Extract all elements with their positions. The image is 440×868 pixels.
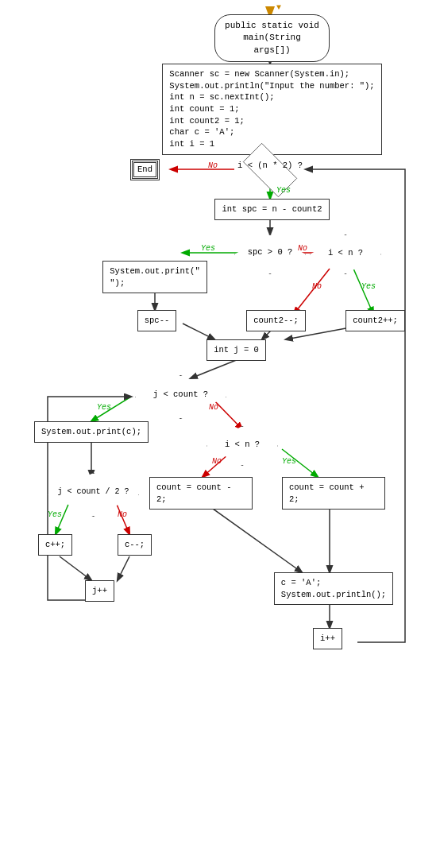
print-space-node: System.out.print(" "); xyxy=(103,261,206,293)
cond1-no-label: No xyxy=(208,161,218,170)
print-space-label: System.out.print(" "); xyxy=(102,261,206,293)
init-j-node: int j = 0 xyxy=(203,339,270,361)
cond3-node: i < n ? xyxy=(310,234,381,274)
c-plus-label: c++; xyxy=(38,534,72,556)
i-plus-label: i++ xyxy=(313,628,342,649)
cond1-yes-label: Yes xyxy=(276,186,291,195)
spc-label: int spc = n - count2 xyxy=(214,199,329,220)
count2-minus-label: count2--; xyxy=(246,310,306,331)
cond2-yes-label: Yes xyxy=(201,244,215,253)
c-plus-node: c++; xyxy=(33,534,77,556)
count2-plus-label: count2++; xyxy=(345,310,405,331)
start-label: public static void main(String args[]) xyxy=(214,14,330,62)
cond4-yes-label: Yes xyxy=(97,403,111,412)
cond3-no-label: No xyxy=(312,282,322,291)
count2-minus-node: count2--; xyxy=(246,310,306,331)
init-label: Scanner sc = new Scanner(System.in);Syst… xyxy=(162,64,381,155)
end-node: End xyxy=(123,159,167,180)
cond6-no-label: No xyxy=(118,510,127,519)
cond2-node: spc > 0 ? xyxy=(230,234,310,274)
j-plus-label: j++ xyxy=(85,580,114,602)
end-label: End xyxy=(130,159,160,180)
cond5-yes-label: Yes xyxy=(282,457,296,466)
count-minus2-label: count = count - 2; xyxy=(149,477,253,510)
j-plus-node: j++ xyxy=(78,580,122,602)
cond1-label: i < (n * 2) ? xyxy=(234,161,306,170)
print-c-node: System.out.print(c); xyxy=(44,421,139,443)
flowchart: public static void main(String args[]) S… xyxy=(0,0,440,868)
c-minus-node: c--; xyxy=(113,534,156,556)
cond2-no-label: No xyxy=(298,244,307,253)
cond4-label: j < count ? xyxy=(135,389,226,399)
c-minus-label: c--; xyxy=(118,534,152,556)
cond4-node: j < count ? xyxy=(135,375,226,419)
print-c-label: System.out.print(c); xyxy=(34,421,149,443)
cond6-yes-label: Yes xyxy=(48,510,62,519)
count-plus2-node: count = count + 2; xyxy=(282,477,385,510)
svg-line-10 xyxy=(353,269,373,314)
reset-c-node: c = 'A'; System.out.println(); xyxy=(278,572,389,605)
count-minus2-node: count = count - 2; xyxy=(149,477,253,510)
svg-line-19 xyxy=(60,556,91,580)
svg-line-9 xyxy=(294,269,330,314)
spc-minus-label: spc-- xyxy=(137,310,177,331)
count2-plus-node: count2++; xyxy=(345,310,405,331)
i-plus-node: i++ xyxy=(306,628,349,649)
start-arrow-icon: ▼ xyxy=(276,3,281,12)
cond3-yes-label: Yes xyxy=(361,282,376,291)
cond6-label: j < count / 2 ? xyxy=(48,487,139,496)
svg-line-20 xyxy=(118,556,129,580)
init-j-label: int j = 0 xyxy=(206,339,266,361)
reset-c-label: c = 'A'; System.out.println(); xyxy=(274,572,393,605)
spc-minus-node: spc-- xyxy=(135,310,179,331)
count-plus2-label: count = count + 2; xyxy=(282,477,385,510)
spc-node: int spc = n - count2 xyxy=(210,199,334,220)
cond1-node: i < (n * 2) ? xyxy=(234,151,306,189)
cond5-label: i < n ? xyxy=(206,440,278,449)
cond5-no-label: No xyxy=(212,457,222,466)
svg-line-11 xyxy=(183,324,214,339)
init-node: Scanner sc = new Scanner(System.in);Syst… xyxy=(159,64,385,155)
cond3-label: i < n ? xyxy=(310,248,381,258)
cond4-no-label: No xyxy=(209,403,218,412)
start-node: public static void main(String args[]) xyxy=(214,14,330,62)
